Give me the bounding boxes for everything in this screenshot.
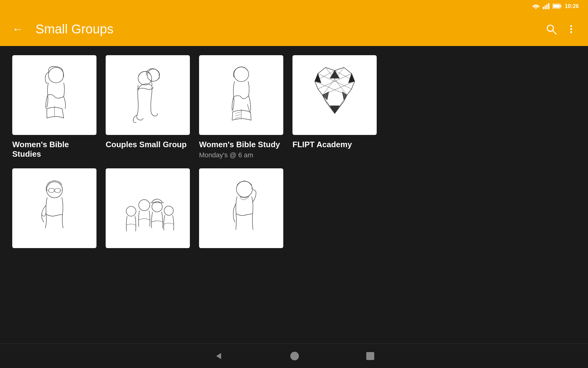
- card-image-community-group: [106, 168, 190, 248]
- svg-line-52: [47, 190, 48, 190]
- signal-icon: [543, 3, 549, 9]
- card-image-mens-group: [12, 168, 96, 248]
- svg-point-58: [164, 206, 173, 215]
- svg-line-17: [235, 112, 241, 113]
- nav-home-button[interactable]: [290, 352, 299, 360]
- woman-reading-illustration: [24, 61, 85, 129]
- card-image-couples-small-group: [106, 55, 190, 135]
- svg-point-0: [535, 8, 537, 9]
- wifi-icon: [532, 3, 540, 9]
- svg-rect-4: [548, 3, 549, 9]
- group-row-1: Women's Bible Studies: [12, 55, 576, 159]
- svg-line-53: [61, 190, 62, 190]
- svg-point-10: [570, 25, 572, 27]
- group-card-mens-bible-study[interactable]: [199, 168, 283, 248]
- app-bar: ← Small Groups: [0, 12, 588, 46]
- nav-recents-button[interactable]: [366, 352, 374, 360]
- nav-bar: [0, 343, 588, 368]
- status-bar: 10:26: [0, 0, 588, 12]
- svg-line-18: [235, 114, 241, 116]
- man-thinking-illustration: [24, 174, 85, 242]
- card-image-flipt-academy: [292, 55, 377, 135]
- card-title-couples-small-group: Couples Small Group: [106, 140, 190, 149]
- man-stressed-illustration: [211, 174, 272, 242]
- svg-marker-60: [216, 353, 221, 359]
- app-bar-title: Small Groups: [36, 22, 113, 36]
- more-options-icon[interactable]: [567, 23, 576, 35]
- svg-point-49: [48, 188, 55, 193]
- svg-marker-45: [330, 106, 339, 113]
- status-icons: 10:26: [532, 3, 579, 10]
- main-content: Women's Bible Studies: [0, 46, 588, 343]
- card-title-flipt-academy: FLIPT Academy: [292, 140, 377, 149]
- status-time: 10:26: [565, 3, 579, 10]
- card-image-womens-bible-study: [199, 55, 283, 135]
- svg-point-13: [48, 67, 64, 83]
- group-card-womens-bible-study[interactable]: Women's Bible Study Monday's @ 6 am: [199, 55, 283, 159]
- svg-line-9: [552, 30, 556, 34]
- card-image-mens-bible-study: [199, 168, 283, 248]
- woman-reading-2-illustration: [211, 61, 272, 129]
- group-card-couples-small-group[interactable]: Couples Small Group: [106, 55, 190, 159]
- svg-rect-1: [543, 7, 544, 9]
- svg-point-11: [570, 28, 572, 30]
- geometric-heart-illustration: [304, 61, 365, 129]
- svg-point-59: [236, 181, 252, 197]
- svg-point-55: [139, 200, 150, 211]
- svg-point-12: [570, 31, 572, 33]
- svg-line-19: [235, 117, 241, 118]
- svg-rect-7: [553, 5, 560, 8]
- back-button[interactable]: ←: [12, 23, 23, 36]
- svg-rect-6: [560, 5, 561, 7]
- card-title-womens-bible-study: Women's Bible Study: [199, 140, 283, 149]
- app-bar-left: ← Small Groups: [12, 22, 113, 36]
- card-subtitle-womens-bible-study: Monday's @ 6 am: [199, 151, 283, 159]
- nav-back-button[interactable]: [214, 351, 223, 361]
- group-card-womens-bible-studies[interactable]: Women's Bible Studies: [12, 55, 96, 159]
- svg-rect-2: [545, 6, 546, 9]
- group-card-flipt-academy[interactable]: FLIPT Academy: [292, 55, 377, 159]
- couple-hugging-illustration: [117, 61, 179, 129]
- group-people-illustration: [117, 174, 179, 242]
- group-card-community-group[interactable]: [106, 168, 190, 248]
- card-image-womens-bible-studies: [12, 55, 96, 135]
- group-row-2: [12, 168, 576, 248]
- battery-icon: [552, 3, 562, 9]
- search-icon[interactable]: [545, 23, 557, 35]
- svg-point-56: [152, 201, 162, 212]
- app-bar-right: [545, 23, 576, 35]
- svg-point-50: [55, 188, 61, 193]
- card-title-womens-bible-studies: Women's Bible Studies: [12, 140, 96, 159]
- group-card-mens-group[interactable]: [12, 168, 96, 248]
- svg-point-54: [126, 206, 136, 216]
- svg-rect-3: [546, 4, 548, 9]
